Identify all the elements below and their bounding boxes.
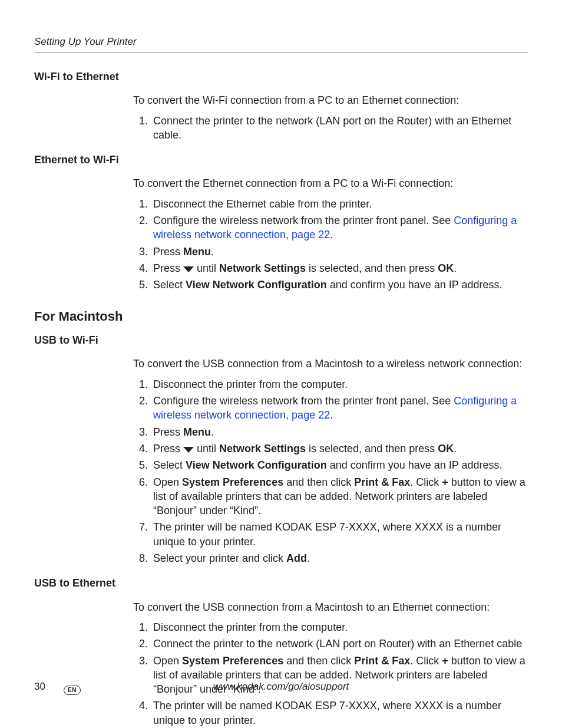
step-text: Open	[153, 655, 182, 667]
step-item: Press until Network Settings is selected…	[151, 261, 528, 275]
step-text: Select your printer and click	[153, 552, 286, 564]
step-text: .	[454, 443, 457, 454]
svg-marker-1	[183, 447, 194, 453]
heading-usb-to-wifi: USB to Wi-Fi	[34, 333, 528, 347]
ui-label: Add	[286, 552, 307, 564]
intro-text: To convert the Wi-Fi connection from a P…	[133, 93, 528, 107]
ui-label: Network Settings	[219, 443, 306, 454]
step-item: Press Menu.	[151, 425, 528, 439]
steps-list: Disconnect the printer from the computer…	[133, 377, 528, 566]
step-text: . Click	[410, 655, 442, 667]
step-item: Press Menu.	[151, 245, 528, 259]
page-content: Setting Up Your Printer Wi-Fi to Etherne…	[34, 35, 528, 728]
ui-label: OK	[438, 443, 454, 454]
down-arrow-icon	[183, 266, 194, 272]
step-item: Configure the wireless network from the …	[151, 394, 528, 423]
step-text: .	[454, 262, 457, 274]
step-item: Disconnect the Ethernet cable from the p…	[151, 197, 528, 211]
step-text: Select	[153, 459, 186, 471]
step-text: Configure the wireless network from the …	[153, 215, 454, 226]
ui-label: Menu	[183, 246, 211, 258]
step-text: and confirm you have an IP address.	[327, 459, 503, 471]
step-text: and then click	[283, 655, 354, 667]
heading-usb-to-ethernet: USB to Ethernet	[34, 576, 528, 590]
step-text: until	[194, 443, 219, 454]
ui-label: +	[442, 476, 448, 488]
step-item: The printer will be named KODAK ESP 7-XX…	[151, 520, 528, 549]
step-text: Configure the wireless network from the …	[153, 395, 454, 407]
step-item: Connect the printer to the network (LAN …	[151, 637, 528, 651]
intro-text: To convert the USB connection from a Mac…	[133, 600, 528, 614]
ui-label: Network Settings	[219, 262, 306, 274]
running-header: Setting Up Your Printer	[34, 35, 528, 53]
step-text: Press	[153, 426, 183, 438]
steps-list: Connect the printer to the network (LAN …	[133, 114, 528, 143]
ui-label: +	[442, 655, 448, 667]
ui-label: System Preferences	[182, 476, 283, 488]
heading-for-macintosh: For Macintosh	[34, 308, 528, 325]
step-text: Select	[153, 279, 186, 291]
ui-label: System Preferences	[182, 655, 283, 667]
step-item: Disconnect the printer from the computer…	[151, 377, 528, 391]
ui-label: View Network Configuration	[186, 459, 327, 471]
ui-label: Print & Fax	[354, 476, 410, 488]
step-text: .	[211, 426, 214, 438]
step-text: Open	[153, 476, 182, 488]
step-text: .	[330, 229, 333, 241]
ui-label: Menu	[183, 426, 211, 438]
step-item: Press until Network Settings is selected…	[151, 442, 528, 456]
step-text: is selected, and then press	[306, 262, 438, 274]
ui-label: View Network Configuration	[186, 279, 327, 291]
step-item: Disconnect the printer from the computer…	[151, 620, 528, 634]
step-item: Open System Preferences and then click P…	[151, 475, 528, 518]
steps-list: Disconnect the Ethernet cable from the p…	[133, 197, 528, 292]
step-item: Select View Network Configuration and co…	[151, 458, 528, 472]
footer-url: www.kodak.com/go/aiosupport	[34, 680, 528, 694]
step-text: and confirm you have an IP address.	[327, 279, 503, 291]
intro-text: To convert the USB connection from a Mac…	[133, 357, 528, 371]
heading-wifi-to-ethernet: Wi-Fi to Ethernet	[34, 70, 528, 84]
step-item: Select View Network Configuration and co…	[151, 278, 528, 292]
step-text: Press	[153, 246, 183, 258]
step-text: Press	[153, 262, 183, 274]
step-text: and then click	[283, 476, 354, 488]
step-item: Select your printer and click Add.	[151, 551, 528, 565]
step-item: Connect the printer to the network (LAN …	[151, 114, 528, 143]
ui-label: OK	[438, 262, 454, 274]
step-text: Press	[153, 443, 183, 454]
heading-ethernet-to-wifi: Ethernet to Wi-Fi	[34, 153, 528, 167]
step-text: until	[194, 262, 219, 274]
step-text: .	[307, 552, 310, 564]
svg-marker-0	[183, 266, 194, 272]
step-text: .	[211, 246, 214, 258]
step-item: Configure the wireless network from the …	[151, 213, 528, 242]
step-text: is selected, and then press	[306, 443, 438, 454]
step-text: .	[330, 409, 333, 421]
intro-text: To convert the Ethernet connection from …	[133, 176, 528, 190]
steps-list: Disconnect the printer from the computer…	[133, 620, 528, 727]
step-text: . Click	[410, 476, 442, 488]
step-item: The printer will be named KODAK ESP 7-XX…	[151, 699, 528, 727]
ui-label: Print & Fax	[354, 655, 410, 667]
down-arrow-icon	[183, 447, 194, 453]
